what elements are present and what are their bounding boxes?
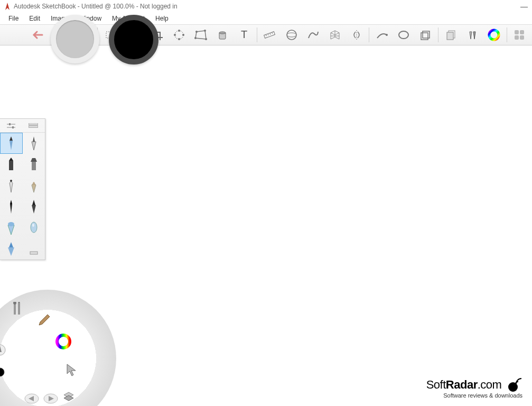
brush-brush-soft[interactable]	[23, 175, 45, 196]
brush-ballpoint[interactable]	[0, 175, 23, 196]
background-color-swatch[interactable]	[51, 15, 99, 63]
svg-point-14	[219, 32, 226, 34]
foreground-color-swatch[interactable]	[109, 15, 158, 64]
svg-rect-32	[520, 30, 524, 34]
svg-rect-36	[9, 123, 11, 125]
svg-rect-16	[264, 32, 275, 38]
brush-smudge[interactable]	[23, 217, 45, 238]
brush-panel	[0, 118, 45, 260]
brush-airbrush-hard[interactable]	[0, 238, 23, 260]
svg-rect-27	[421, 33, 428, 40]
svg-point-22	[287, 33, 296, 37]
transform-button[interactable]	[169, 25, 190, 44]
minimize-button[interactable]: —	[520, 2, 528, 11]
app-icon	[4, 3, 11, 10]
svg-point-51	[57, 335, 70, 348]
brush-lib-button[interactable]	[462, 25, 483, 44]
brush-paint-soft[interactable]	[0, 217, 23, 238]
perspective-button[interactable]	[324, 25, 345, 44]
radar-icon	[507, 377, 522, 393]
svg-point-5	[175, 31, 183, 39]
svg-point-44	[8, 222, 14, 226]
ui-toggle-button[interactable]	[509, 25, 530, 44]
brush-panel-header	[0, 119, 45, 133]
svg-text:T: T	[241, 29, 247, 40]
lagoon-tools-icon[interactable]	[8, 300, 27, 319]
svg-line-17	[266, 34, 267, 36]
brush-grid	[0, 133, 45, 260]
fill-button[interactable]	[212, 25, 233, 44]
steady-stroke-button[interactable]	[371, 25, 392, 44]
svg-point-46	[32, 224, 34, 227]
toolbar-separator	[369, 27, 369, 42]
svg-point-43	[10, 180, 12, 182]
ellipse-guide-button[interactable]	[281, 25, 302, 44]
distort-button[interactable]	[191, 25, 211, 44]
lagoon-current-brush-icon[interactable]	[0, 340, 10, 359]
svg-rect-38	[12, 126, 14, 128]
svg-line-19	[270, 33, 270, 34]
brush-marker[interactable]	[0, 154, 23, 175]
ruler-button[interactable]	[259, 25, 280, 44]
brush-properties-icon[interactable]	[7, 123, 15, 129]
lagoon-current-color-icon[interactable]	[0, 363, 10, 382]
shape-polyline-button[interactable]	[415, 25, 436, 44]
lagoon-color-icon[interactable]	[54, 332, 73, 351]
lagoon-brush-icon[interactable]	[34, 311, 53, 330]
svg-point-12	[205, 38, 207, 40]
svg-rect-47	[30, 252, 38, 254]
window-controls: —	[520, 2, 528, 11]
svg-point-13	[194, 37, 197, 39]
svg-rect-40	[29, 126, 38, 127]
brush-pencil[interactable]	[0, 133, 23, 154]
svg-line-18	[268, 34, 269, 35]
svg-point-24	[386, 34, 388, 36]
svg-rect-49	[18, 303, 20, 315]
layers-button[interactable]	[441, 25, 461, 44]
svg-point-9	[178, 38, 180, 40]
svg-point-25	[399, 31, 408, 39]
lagoon-layers-icon[interactable]	[59, 387, 78, 406]
svg-rect-33	[515, 35, 519, 40]
watermark-brand2: Radar	[446, 378, 478, 391]
lagoon-prev-icon[interactable]	[22, 389, 41, 406]
brush-pen-fine[interactable]	[23, 133, 45, 154]
lagoon-next-icon[interactable]	[41, 389, 60, 406]
svg-point-45	[31, 222, 37, 233]
brush-list-icon[interactable]	[29, 123, 38, 128]
svg-point-53	[0, 368, 4, 376]
watermark: SoftRadar.com Software reviews & downloa…	[426, 377, 522, 399]
brush-eraser-soft[interactable]	[23, 238, 45, 260]
brush-fountain[interactable]	[23, 196, 45, 217]
menu-file[interactable]: File	[3, 14, 24, 23]
svg-point-8	[178, 30, 180, 32]
svg-rect-26	[423, 31, 430, 38]
brush-chisel[interactable]	[23, 154, 45, 175]
svg-rect-34	[520, 35, 524, 40]
lagoon-menu	[0, 290, 116, 406]
lagoon-pointer-icon[interactable]	[62, 361, 81, 380]
svg-point-21	[287, 30, 296, 40]
watermark-brand1: Soft	[426, 378, 446, 391]
window-title: Autodesk SketchBook - Untitled @ 100.0% …	[14, 3, 178, 10]
symmetry-button[interactable]	[346, 25, 367, 44]
menu-edit[interactable]: Edit	[24, 14, 45, 23]
shape-ellipse-button[interactable]	[393, 25, 414, 44]
watermark-brand: SoftRadar.com	[426, 377, 522, 393]
svg-point-30	[489, 30, 499, 40]
titlebar: Autodesk SketchBook - Untitled @ 100.0% …	[0, 0, 532, 13]
svg-rect-48	[14, 303, 16, 315]
text-button[interactable]: T	[234, 25, 255, 44]
french-curve-button[interactable]	[303, 25, 323, 44]
svg-point-11	[204, 30, 206, 32]
svg-rect-39	[29, 123, 38, 125]
menu-help[interactable]: Help	[150, 14, 174, 23]
svg-point-7	[182, 34, 184, 36]
brush-ink[interactable]	[0, 196, 23, 217]
watermark-tld: .com	[478, 378, 502, 391]
undo-button[interactable]	[27, 25, 48, 44]
svg-point-10	[195, 31, 198, 33]
toolbar-separator	[257, 27, 257, 42]
svg-rect-41	[9, 161, 13, 170]
color-wheel-button[interactable]	[484, 25, 505, 44]
